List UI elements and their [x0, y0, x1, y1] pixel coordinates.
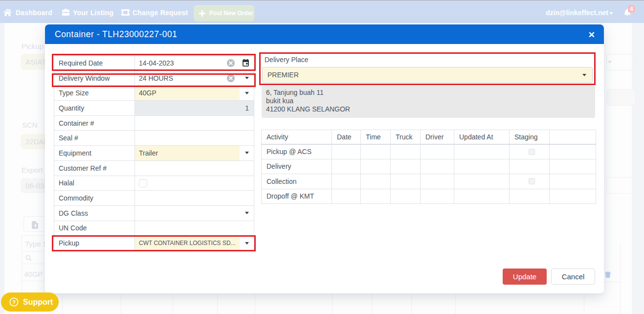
- svg-text:?: ?: [12, 299, 16, 305]
